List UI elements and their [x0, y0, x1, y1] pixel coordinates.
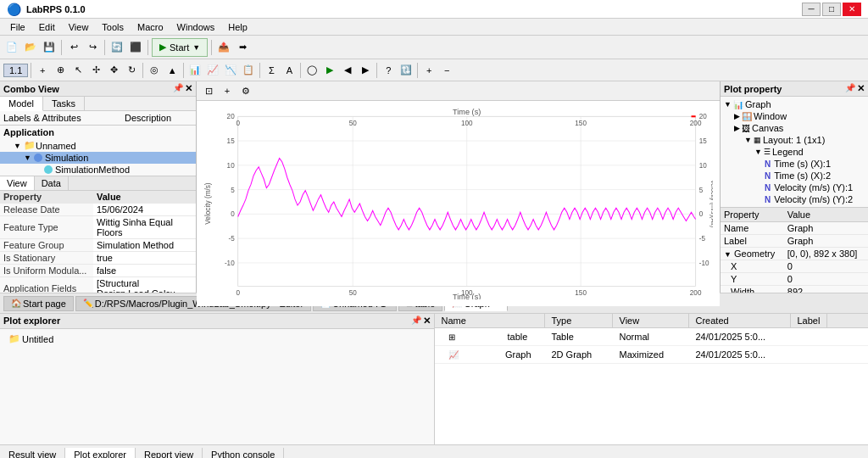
tree-legend[interactable]: ▼ ☰ Legend	[722, 146, 866, 158]
file-row-graph[interactable]: 📈 Graph 2D Graph Maximized 24/01/2025 5:…	[435, 346, 869, 364]
plus2-button[interactable]: +	[420, 61, 437, 80]
tree-timex1[interactable]: N Time (s) (X):1	[722, 158, 866, 170]
help-icon[interactable]: ?	[380, 61, 397, 80]
circle-button[interactable]: ◯	[303, 61, 320, 80]
chart4-button[interactable]: 📋	[240, 61, 257, 80]
expand-layout-icon[interactable]: ▼	[744, 136, 752, 144]
right-width-val: 892	[784, 286, 868, 293]
export-button[interactable]: 📤	[215, 38, 232, 57]
right-prop-label: Label Graph	[721, 235, 868, 248]
save-button[interactable]: 💾	[41, 38, 58, 57]
move-button[interactable]: ✢	[87, 61, 104, 80]
right-name-label: Name	[721, 222, 784, 235]
plot-explorer-untitled[interactable]: 📁 Untitled	[7, 332, 427, 345]
close-button[interactable]: ✕	[843, 3, 861, 16]
prop-row-uniform: Is Uniform Modula... false	[0, 265, 196, 277]
bottom-tab-result[interactable]: Result view	[0, 448, 65, 459]
nav1-button[interactable]: ◀	[339, 61, 356, 80]
menu-view[interactable]: View	[62, 20, 96, 34]
redo-button[interactable]: ↪	[84, 38, 101, 57]
expand-geom-icon[interactable]: ▼	[724, 250, 732, 259]
tab-model[interactable]: Model	[0, 97, 43, 111]
right-close-icon[interactable]: ✕	[857, 83, 865, 94]
menu-edit[interactable]: Edit	[32, 20, 62, 34]
play-button[interactable]: ▶	[321, 61, 338, 80]
plot-explorer-close-icon[interactable]: ✕	[423, 316, 431, 327]
window-controls[interactable]: ─ □ ✕	[802, 3, 861, 16]
menu-tools[interactable]: Tools	[95, 20, 131, 34]
menu-file[interactable]: File	[3, 20, 32, 34]
bottom-tab-python[interactable]: Python console	[203, 448, 284, 459]
sigma-button[interactable]: Σ	[263, 61, 280, 80]
tab-tasks[interactable]: Tasks	[43, 97, 85, 110]
plot-explorer-pin-icon[interactable]: 📌	[411, 316, 421, 327]
svg-text:Time (s): Time (s)	[453, 108, 481, 116]
tree-simulation[interactable]: ▼ Simulation	[0, 152, 196, 164]
tree-vely2[interactable]: N Velocity (m/s) (Y):2	[722, 193, 866, 205]
col-view: View	[613, 314, 689, 327]
tab-view[interactable]: View	[0, 176, 35, 190]
expand-window-icon[interactable]: ▶	[734, 112, 740, 120]
expand-canvas-icon[interactable]: ▶	[734, 124, 740, 132]
tree-expand-unnamed[interactable]: ▼	[14, 142, 24, 150]
expand-graph-icon[interactable]: ▼	[724, 100, 732, 109]
refresh-button[interactable]: 🔄	[108, 38, 125, 57]
chart3-button[interactable]: 📉	[222, 61, 239, 80]
svg-text:50: 50	[349, 289, 358, 297]
minimize-button[interactable]: ─	[802, 3, 821, 16]
folder-icon: 📁	[24, 140, 36, 151]
tree-expand-simulation[interactable]: ▼	[24, 154, 34, 162]
tree-window[interactable]: ▶ 🪟 Window	[722, 110, 866, 122]
right-pin-button[interactable]: 📌	[845, 83, 855, 94]
tree-layout[interactable]: ▼ ▦ Layout: 1 (1x1)	[722, 134, 866, 146]
n-icon-2: N	[765, 171, 771, 181]
badge-11[interactable]: 1.1	[3, 64, 28, 77]
menu-help[interactable]: Help	[221, 20, 254, 34]
tree-canvas[interactable]: ▶ 🖼 Canvas	[722, 122, 866, 134]
prop-col-prop: Property	[0, 191, 93, 204]
menu-macro[interactable]: Macro	[131, 20, 170, 34]
chart-fit-button[interactable]: ⊡	[200, 81, 217, 100]
shape1-button[interactable]: ◎	[146, 61, 163, 80]
combo-pin-button[interactable]: 📌	[173, 83, 183, 94]
open-button[interactable]: 📂	[22, 38, 39, 57]
hand-button[interactable]: ✥	[105, 61, 122, 80]
chart-settings-button[interactable]: ⚙	[237, 81, 254, 100]
undo-button[interactable]: ↩	[65, 38, 82, 57]
tree-graph[interactable]: ▼ 📊 Graph	[722, 98, 866, 110]
maximize-button[interactable]: □	[822, 3, 841, 16]
tree-timex2[interactable]: N Time (s) (X):2	[722, 170, 866, 182]
menu-windows[interactable]: Windows	[170, 20, 222, 34]
reload-button[interactable]: 🔃	[398, 61, 415, 80]
chart-zoom-in-button[interactable]: +	[219, 81, 236, 100]
crosshair-button[interactable]: ⊕	[52, 61, 69, 80]
shape2-button[interactable]: ▲	[164, 61, 181, 80]
start-button[interactable]: ▶ Start ▼	[152, 38, 208, 57]
file-row-table[interactable]: ⊞ table Table Normal 24/01/2025 5:0...	[435, 328, 869, 346]
new-button[interactable]: 📄	[3, 38, 20, 57]
text-button[interactable]: A	[281, 61, 298, 80]
combo-close-icon[interactable]: ✕	[185, 83, 192, 94]
chart2-button[interactable]: 📈	[204, 61, 221, 80]
svg-text:0: 0	[699, 210, 704, 218]
tree-unnamed[interactable]: ▼ 📁 Unnamed	[0, 139, 196, 152]
prop-col-val: Value	[93, 191, 196, 204]
minus-button[interactable]: −	[438, 61, 455, 80]
arrow-button[interactable]: ➡	[234, 38, 251, 57]
rotate-button[interactable]: ↻	[123, 61, 140, 80]
bottom-tab-report[interactable]: Report view	[136, 448, 203, 459]
tab-data[interactable]: Data	[35, 176, 69, 190]
tab-start-page[interactable]: 🏠 Start page	[3, 296, 74, 311]
tree-label-method: SimulationMethod	[55, 165, 130, 175]
left-panel: Combo View 📌 ✕ Model Tasks Labels & Attr…	[0, 81, 197, 293]
tree-vely1[interactable]: N Velocity (m/s) (Y):1	[722, 182, 866, 193]
cursor-button[interactable]: ↖	[70, 61, 86, 80]
chart1-button[interactable]: 📊	[186, 61, 203, 80]
tree-simulation-method[interactable]: ▶ SimulationMethod	[0, 164, 196, 176]
right-panel: Plot property 📌 ✕ ▼ 📊 Graph ▶ 🪟 Window	[720, 81, 868, 293]
add-button[interactable]: +	[34, 61, 51, 80]
bottom-tab-plot-explorer[interactable]: Plot explorer	[65, 448, 136, 459]
stop-button[interactable]: ⬛	[127, 38, 144, 57]
expand-legend-icon[interactable]: ▼	[754, 148, 762, 156]
nav2-button[interactable]: ▶	[357, 61, 374, 80]
